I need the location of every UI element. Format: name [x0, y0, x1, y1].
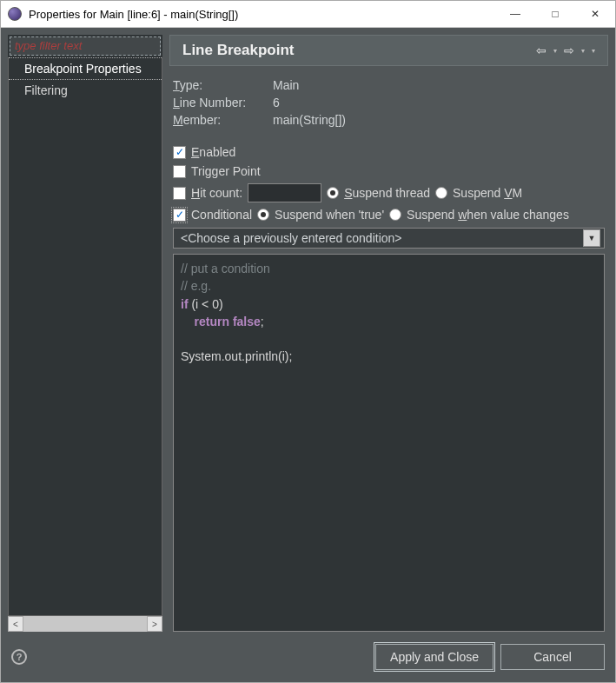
hit-count-input[interactable]: [248, 183, 321, 202]
line-value: 6: [273, 96, 280, 109]
type-label: Type:: [173, 78, 273, 92]
menu-dropdown[interactable]: ▾: [588, 47, 599, 55]
dropdown-text: <Choose a previously entered condition>: [181, 231, 583, 245]
form: Type: Main Line Number: 6 Member: main(S…: [169, 66, 608, 632]
sidebar-item-filtering[interactable]: Filtering: [9, 80, 162, 101]
condition-code-editor[interactable]: // put a condition // e.g. if (i < 0) re…: [173, 254, 605, 632]
sidebar: type filter text Breakpoint Properties F…: [8, 35, 162, 632]
enabled-checkbox[interactable]: ✓: [173, 146, 186, 159]
dialog-footer: ? Apply and Close Cancel: [8, 637, 608, 677]
type-value: Main: [273, 78, 299, 92]
content-header: Line Breakpoint ⇦ ▾ ⇨ ▾ ▾: [169, 35, 608, 66]
window-controls: — □ ✕: [495, 1, 615, 27]
main-area: type filter text Breakpoint Properties F…: [8, 35, 608, 632]
client-area: type filter text Breakpoint Properties F…: [1, 28, 615, 682]
type-row: Type: Main: [173, 76, 605, 94]
sidebar-item-breakpoint-properties[interactable]: Breakpoint Properties: [9, 57, 162, 80]
code-line: System.out.println(i);: [181, 349, 292, 363]
hit-count-checkbox[interactable]: [173, 187, 186, 200]
condition-history-dropdown[interactable]: <Choose a previously entered condition> …: [173, 228, 605, 249]
chevron-down-icon[interactable]: ▼: [583, 229, 600, 247]
code-line: // put a condition: [181, 262, 270, 275]
properties-dialog: Properties for Main [line:6] - main(Stri…: [0, 0, 616, 683]
suspend-changes-radio[interactable]: [389, 209, 401, 221]
hit-count-label[interactable]: Hit count:: [191, 186, 242, 200]
enabled-row: ✓ Enabled: [173, 143, 605, 162]
suspend-true-option[interactable]: Suspend when 'true': [257, 208, 384, 222]
title-bar[interactable]: Properties for Main [line:6] - main(Stri…: [1, 1, 615, 28]
scroll-right-icon[interactable]: >: [147, 616, 162, 632]
conditional-checkbox[interactable]: ✓: [173, 209, 186, 222]
suspend-changes-option[interactable]: Suspend when value changes: [389, 208, 569, 222]
code-keyword: return false: [195, 315, 261, 328]
cancel-button[interactable]: Cancel: [500, 644, 605, 670]
suspend-vm-label[interactable]: Suspend VM: [453, 186, 522, 200]
code-text: (i < 0): [189, 297, 223, 311]
eclipse-icon: [8, 7, 22, 21]
suspend-true-label[interactable]: Suspend when 'true': [275, 208, 384, 222]
nav-list: Breakpoint Properties Filtering: [8, 57, 162, 616]
forward-icon[interactable]: ⇨: [560, 43, 578, 57]
back-icon[interactable]: ⇦: [533, 43, 550, 57]
back-history-dropdown[interactable]: ▾: [550, 47, 560, 55]
line-label: Line Number:: [173, 96, 273, 109]
close-button[interactable]: ✕: [575, 1, 615, 27]
trigger-checkbox[interactable]: [173, 165, 186, 178]
content-pane: Line Breakpoint ⇦ ▾ ⇨ ▾ ▾ Type: Main Lin…: [169, 35, 608, 632]
conditional-row: ✓ Conditional Suspend when 'true' Suspen…: [173, 205, 605, 224]
maximize-button[interactable]: □: [535, 1, 575, 27]
sidebar-scrollbar[interactable]: < >: [8, 616, 162, 632]
code-keyword: if: [181, 297, 189, 311]
code-line: // e.g.: [181, 279, 211, 293]
page-title: Line Breakpoint: [182, 42, 533, 59]
suspend-vm-option[interactable]: Suspend VM: [435, 186, 522, 200]
line-row: Line Number: 6: [173, 94, 605, 111]
conditional-label[interactable]: Conditional: [191, 208, 252, 222]
suspend-vm-radio[interactable]: [435, 187, 447, 199]
member-value: main(String[]): [273, 113, 346, 127]
trigger-label[interactable]: Trigger Point: [191, 164, 261, 178]
suspend-thread-radio[interactable]: [327, 187, 339, 199]
filter-input[interactable]: type filter text: [10, 36, 161, 56]
suspend-thread-option[interactable]: Suspend thread: [327, 186, 430, 200]
trigger-row: Trigger Point: [173, 162, 605, 181]
suspend-changes-label[interactable]: Suspend when value changes: [407, 208, 569, 222]
help-icon[interactable]: ?: [11, 649, 27, 665]
window-title: Properties for Main [line:6] - main(Stri…: [29, 8, 495, 21]
apply-and-close-button[interactable]: Apply and Close: [375, 644, 493, 670]
enabled-label[interactable]: Enabled: [191, 145, 235, 159]
member-label: Member:: [173, 113, 273, 127]
minimize-button[interactable]: —: [495, 1, 535, 27]
forward-history-dropdown[interactable]: ▾: [578, 47, 588, 55]
scroll-left-icon[interactable]: <: [8, 616, 23, 632]
suspend-thread-label[interactable]: Suspend thread: [344, 186, 430, 200]
hit-count-row: Hit count: Suspend thread Suspend VM: [173, 181, 605, 205]
member-row: Member: main(String[]): [173, 111, 605, 129]
code-text: ;: [261, 315, 264, 328]
suspend-true-radio[interactable]: [257, 209, 269, 221]
